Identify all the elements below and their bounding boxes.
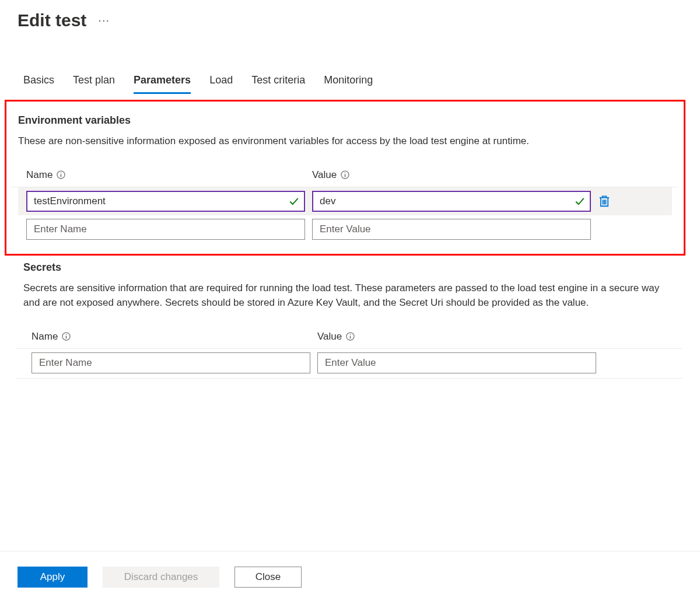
delete-icon[interactable] <box>598 195 611 208</box>
checkmark-icon <box>289 196 299 207</box>
environment-variables-section: Environment variables These are non-sens… <box>5 100 685 256</box>
info-icon[interactable] <box>345 332 355 341</box>
tab-basics[interactable]: Basics <box>23 74 54 94</box>
secrets-name-column-header: Name <box>32 331 310 343</box>
tab-monitoring[interactable]: Monitoring <box>324 74 373 94</box>
env-value-input-empty[interactable] <box>312 219 591 240</box>
env-variable-row <box>18 187 672 215</box>
svg-point-11 <box>66 334 67 335</box>
env-value-input[interactable] <box>312 191 591 212</box>
env-section-title: Environment variables <box>18 114 672 127</box>
info-icon[interactable] <box>56 170 65 180</box>
tab-test-criteria[interactable]: Test criteria <box>251 74 305 94</box>
footer-actions: Apply Discard changes Close <box>0 551 700 588</box>
svg-point-14 <box>349 334 351 335</box>
info-icon[interactable] <box>340 170 349 180</box>
discard-changes-button[interactable]: Discard changes <box>103 567 219 588</box>
env-variable-empty-row <box>18 215 672 243</box>
env-name-column-header: Name <box>26 169 305 181</box>
tab-load[interactable]: Load <box>209 74 233 94</box>
secrets-section: Secrets Secrets are sensitive informatio… <box>18 256 682 379</box>
tab-test-plan[interactable]: Test plan <box>73 74 115 94</box>
secrets-section-description: Secrets are sensitive information that a… <box>23 281 677 310</box>
env-value-column-header: Value <box>312 169 591 181</box>
secret-value-input-empty[interactable] <box>317 352 596 373</box>
secret-name-input-empty[interactable] <box>32 352 310 373</box>
info-icon[interactable] <box>61 332 71 341</box>
apply-button[interactable]: Apply <box>18 567 88 588</box>
page-title: Edit test <box>18 11 86 30</box>
secrets-section-title: Secrets <box>23 261 677 274</box>
close-button[interactable]: Close <box>235 567 302 588</box>
svg-point-2 <box>61 172 62 173</box>
svg-point-5 <box>344 172 345 173</box>
env-name-input-empty[interactable] <box>26 219 305 240</box>
env-section-description: These are non-sensitive information expo… <box>18 134 672 149</box>
checkmark-icon <box>575 196 585 207</box>
env-name-input[interactable] <box>26 191 305 212</box>
tabs-bar: Basics Test plan Parameters Load Test cr… <box>18 74 682 94</box>
secret-empty-row <box>23 349 677 377</box>
more-options-icon[interactable]: ··· <box>98 13 110 28</box>
tab-parameters[interactable]: Parameters <box>134 74 191 94</box>
secrets-value-column-header: Value <box>317 331 596 343</box>
